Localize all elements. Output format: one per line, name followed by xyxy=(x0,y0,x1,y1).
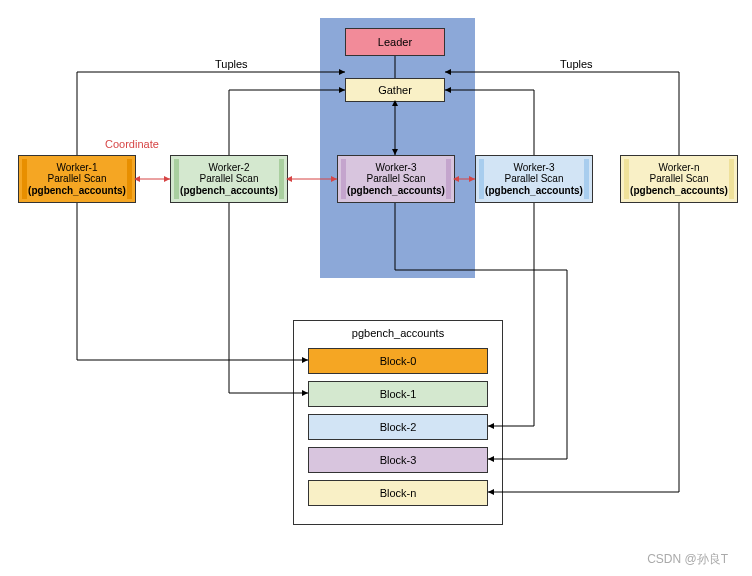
worker-title: Worker-2 xyxy=(209,162,250,174)
worker-subtitle: Parallel Scan xyxy=(48,173,107,185)
worker-table: (pgbench_accounts) xyxy=(28,185,126,197)
worker-subtitle: Parallel Scan xyxy=(367,173,426,185)
leader-box: Leader xyxy=(345,28,445,56)
worker-3a: Worker-3 Parallel Scan (pgbench_accounts… xyxy=(337,155,455,203)
block-3: Block-3 xyxy=(308,447,488,473)
block-n: Block-n xyxy=(308,480,488,506)
coordinate-label: Coordinate xyxy=(105,138,159,150)
block-label: Block-3 xyxy=(380,454,417,466)
worker-title: Worker-3 xyxy=(376,162,417,174)
blocks-title: pgbench_accounts xyxy=(352,327,444,339)
worker-subtitle: Parallel Scan xyxy=(650,173,709,185)
worker-title: Worker-n xyxy=(659,162,700,174)
block-label: Block-2 xyxy=(380,421,417,433)
leader-label: Leader xyxy=(378,36,412,48)
block-label: Block-n xyxy=(380,487,417,499)
block-label: Block-1 xyxy=(380,388,417,400)
block-2: Block-2 xyxy=(308,414,488,440)
worker-2: Worker-2 Parallel Scan (pgbench_accounts… xyxy=(170,155,288,203)
worker-table: (pgbench_accounts) xyxy=(180,185,278,197)
gather-label: Gather xyxy=(378,84,412,96)
gather-box: Gather xyxy=(345,78,445,102)
worker-title: Worker-1 xyxy=(57,162,98,174)
block-1: Block-1 xyxy=(308,381,488,407)
worker-table: (pgbench_accounts) xyxy=(347,185,445,197)
highlight-backdrop xyxy=(320,18,475,278)
tuples-right-label: Tuples xyxy=(560,58,593,70)
worker-table: (pgbench_accounts) xyxy=(485,185,583,197)
worker-subtitle: Parallel Scan xyxy=(200,173,259,185)
block-0: Block-0 xyxy=(308,348,488,374)
watermark: CSDN @孙良T xyxy=(647,551,728,568)
blocks-container: pgbench_accounts Block-0 Block-1 Block-2… xyxy=(293,320,503,525)
tuples-left-label: Tuples xyxy=(215,58,248,70)
worker-n: Worker-n Parallel Scan (pgbench_accounts… xyxy=(620,155,738,203)
worker-title: Worker-3 xyxy=(514,162,555,174)
worker-subtitle: Parallel Scan xyxy=(505,173,564,185)
worker-3b: Worker-3 Parallel Scan (pgbench_accounts… xyxy=(475,155,593,203)
worker-table: (pgbench_accounts) xyxy=(630,185,728,197)
worker-1: Worker-1 Parallel Scan (pgbench_accounts… xyxy=(18,155,136,203)
block-label: Block-0 xyxy=(380,355,417,367)
